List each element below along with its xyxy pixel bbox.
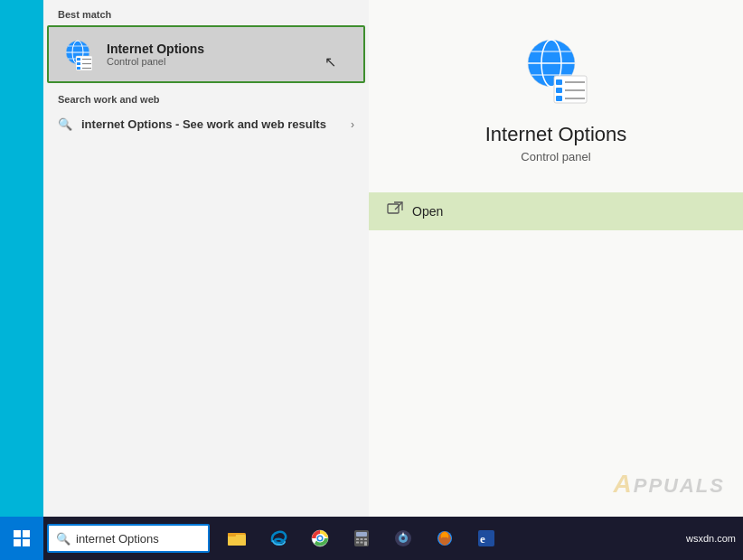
best-match-label: Best match xyxy=(43,0,369,25)
search-web-icon: 🔍 xyxy=(58,117,72,131)
svg-rect-22 xyxy=(556,96,562,101)
chevron-right-icon: › xyxy=(351,118,354,131)
search-web-rest: - See work and web results xyxy=(172,117,326,131)
svg-rect-34 xyxy=(356,538,359,540)
taskbar: 🔍 internet Options xyxy=(0,517,743,560)
taskbar-firefox[interactable] xyxy=(425,518,465,558)
taskbar-tray: wsxdn.com xyxy=(686,533,743,544)
taskbar-media[interactable] xyxy=(383,518,423,558)
open-label: Open xyxy=(412,204,443,219)
start-button[interactable] xyxy=(0,517,43,560)
open-icon xyxy=(387,201,403,221)
search-web-text: internet Options - See work and web resu… xyxy=(81,117,342,131)
tray-website: wsxdn.com xyxy=(686,533,736,544)
svg-rect-8 xyxy=(77,62,80,65)
svg-rect-37 xyxy=(356,542,359,544)
svg-rect-10 xyxy=(77,67,80,70)
svg-rect-20 xyxy=(556,88,562,93)
svg-rect-39 xyxy=(364,542,367,546)
taskbar-ie[interactable]: e xyxy=(466,518,506,558)
appuals-watermark: APPUALS xyxy=(614,470,725,499)
search-web-label: Search work and web xyxy=(43,83,369,110)
best-match-text-block: Internet Options Control panel xyxy=(107,42,204,67)
taskbar-chrome[interactable] xyxy=(300,518,340,558)
best-match-app-subtitle: Control panel xyxy=(107,56,204,67)
svg-text:e: e xyxy=(480,532,485,546)
svg-rect-6 xyxy=(77,58,80,61)
best-match-app-title: Internet Options xyxy=(107,42,204,56)
open-button[interactable]: Open xyxy=(369,192,743,230)
taskbar-search-text: internet Options xyxy=(76,532,159,546)
svg-rect-24 xyxy=(388,204,399,213)
svg-rect-18 xyxy=(556,79,562,85)
best-match-item[interactable]: Internet Options Control panel ↖ xyxy=(47,25,365,83)
search-web-bold: internet Options xyxy=(81,117,172,131)
svg-point-31 xyxy=(318,537,322,540)
taskbar-edge[interactable] xyxy=(259,518,298,558)
windows-logo-icon xyxy=(14,530,30,546)
cursor-indicator: ↖ xyxy=(324,53,336,70)
svg-rect-38 xyxy=(361,542,363,544)
svg-rect-28 xyxy=(228,533,236,537)
search-results-panel: Best match xyxy=(43,0,369,517)
detail-app-subtitle: Control panel xyxy=(521,150,590,163)
taskbar-pinned-apps: e xyxy=(217,518,506,558)
svg-rect-35 xyxy=(361,538,363,540)
detail-app-title: Internet Options xyxy=(485,123,627,146)
svg-rect-36 xyxy=(364,538,367,540)
detail-panel: Internet Options Control panel Open APPU… xyxy=(369,0,743,517)
svg-point-42 xyxy=(401,537,405,540)
taskbar-search-icon: 🔍 xyxy=(56,532,71,546)
taskbar-search-box[interactable]: 🔍 internet Options xyxy=(47,524,210,553)
cyan-background-strip xyxy=(0,0,43,517)
svg-rect-33 xyxy=(356,532,367,537)
internet-options-icon-small xyxy=(60,36,96,72)
taskbar-file-explorer[interactable] xyxy=(217,518,257,558)
internet-options-icon-large xyxy=(520,36,592,108)
search-web-item[interactable]: 🔍 internet Options - See work and web re… xyxy=(43,110,369,138)
taskbar-calculator[interactable] xyxy=(342,518,381,558)
